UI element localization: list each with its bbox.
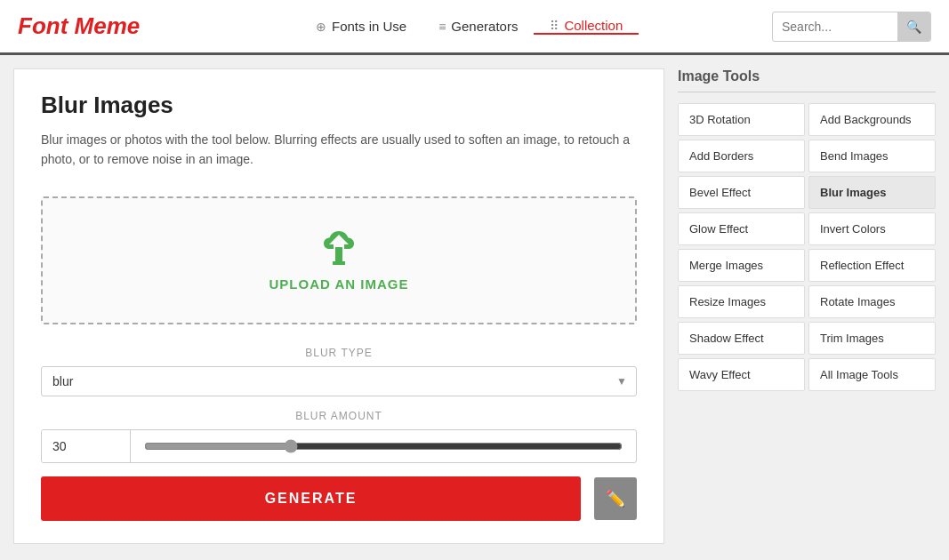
tool-rotate-images[interactable]: Rotate Images [808, 285, 936, 318]
tool-add-borders[interactable]: Add Borders [678, 140, 805, 172]
blur-amount-label: BLUR AMOUNT [41, 410, 637, 422]
target-icon: ⊕ [316, 20, 326, 34]
generate-button[interactable]: GENERATE [41, 476, 581, 521]
image-tools-header: Image Tools [678, 68, 936, 92]
tool-wavy-effect[interactable]: Wavy Effect [678, 358, 805, 391]
nav-fonts-in-use[interactable]: ⊕ Fonts in Use [300, 19, 422, 34]
tool-reflection-effect[interactable]: Reflection Effect [808, 249, 936, 282]
blur-type-select[interactable]: blur gaussian motion radial [42, 367, 636, 396]
list-icon: ≡ [438, 20, 446, 34]
right-panel: Image Tools 3D Rotation Add Backgrounds … [678, 68, 936, 544]
pencil-icon: ✏️ [606, 489, 625, 508]
nav-fonts-in-use-label: Fonts in Use [332, 19, 406, 34]
blur-type-label: BLUR TYPE [41, 347, 637, 359]
search-icon: 🔍 [906, 20, 921, 34]
nav-collection[interactable]: ⠿ Collection [534, 18, 639, 35]
left-panel: Blur Images Blur images or photos with t… [13, 68, 664, 544]
blur-amount-slider[interactable] [144, 439, 623, 453]
tool-shadow-effect[interactable]: Shadow Effect [678, 322, 805, 355]
search-button[interactable]: 🔍 [897, 12, 930, 42]
blur-type-select-wrapper: blur gaussian motion radial ▼ [41, 366, 637, 396]
search-input[interactable] [773, 20, 897, 34]
blur-amount-group: BLUR AMOUNT [41, 410, 637, 463]
svg-rect-0 [335, 247, 342, 261]
upload-label: UPLOAD AN IMAGE [269, 276, 409, 292]
header: Font Meme ⊕ Fonts in Use ≡ Generators ⠿ … [0, 0, 949, 55]
page-description: Blur images or photos with the tool belo… [41, 130, 637, 170]
nav-generators[interactable]: ≡ Generators [422, 19, 534, 34]
upload-area[interactable]: UPLOAD AN IMAGE [41, 196, 637, 324]
tool-merge-images[interactable]: Merge Images [678, 249, 805, 282]
tools-grid: 3D Rotation Add Backgrounds Add Borders … [678, 103, 936, 391]
tool-glow-effect[interactable]: Glow Effect [678, 212, 805, 245]
logo[interactable]: Font Meme [18, 12, 140, 40]
blur-amount-row [41, 429, 637, 463]
edit-button[interactable]: ✏️ [594, 477, 637, 520]
grid-icon: ⠿ [550, 19, 559, 33]
nav-generators-label: Generators [451, 19, 518, 34]
tool-all-image-tools[interactable]: All Image Tools [808, 358, 936, 391]
tool-invert-colors[interactable]: Invert Colors [808, 212, 936, 245]
tool-trim-images[interactable]: Trim Images [808, 322, 936, 355]
search-box: 🔍 [772, 12, 931, 42]
page-title: Blur Images [41, 92, 637, 119]
nav: ⊕ Fonts in Use ≡ Generators ⠿ Collection [166, 18, 772, 35]
blur-amount-slider-container [131, 439, 636, 453]
upload-icon [317, 229, 361, 269]
tool-resize-images[interactable]: Resize Images [678, 285, 805, 318]
tool-3d-rotation[interactable]: 3D Rotation [678, 103, 805, 136]
tool-bevel-effect[interactable]: Bevel Effect [678, 176, 805, 209]
blur-type-group: BLUR TYPE blur gaussian motion radial ▼ [41, 347, 637, 396]
generate-row: GENERATE ✏️ [41, 476, 637, 521]
tool-bend-images[interactable]: Bend Images [808, 140, 936, 172]
tool-add-backgrounds[interactable]: Add Backgrounds [808, 103, 936, 136]
nav-collection-label: Collection [564, 18, 623, 33]
main-layout: Blur Images Blur images or photos with t… [0, 55, 949, 557]
blur-amount-input[interactable] [42, 430, 131, 462]
tool-blur-images[interactable]: Blur Images [808, 176, 936, 209]
